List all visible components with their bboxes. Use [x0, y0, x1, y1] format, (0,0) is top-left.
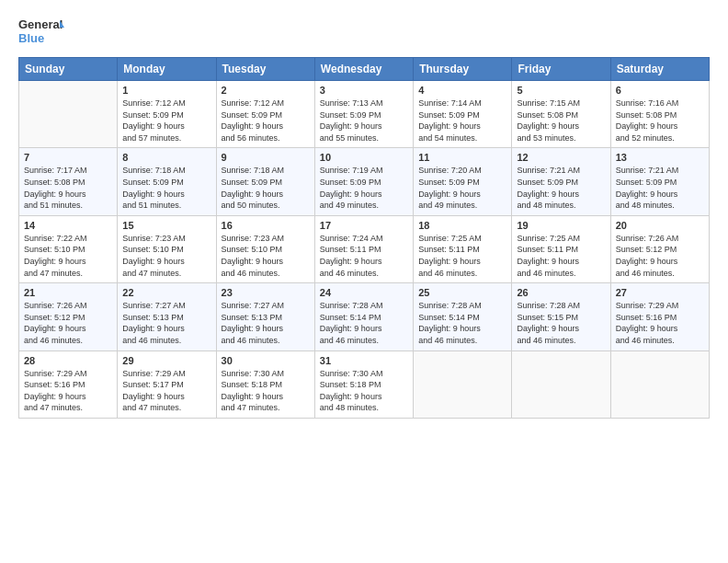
calendar-cell: 8Sunrise: 7:18 AMSunset: 5:09 PMDaylight… [118, 148, 216, 215]
day-number: 11 [418, 152, 506, 163]
calendar-cell: 19Sunrise: 7:25 AMSunset: 5:11 PMDayligh… [512, 215, 610, 282]
calendar-day-header: Wednesday [314, 58, 413, 81]
calendar-cell [19, 81, 118, 148]
day-info: Sunrise: 7:18 AMSunset: 5:09 PMDaylight:… [122, 165, 210, 211]
day-number: 9 [222, 152, 310, 163]
calendar-cell: 23Sunrise: 7:27 AMSunset: 5:13 PMDayligh… [216, 283, 314, 350]
day-info: Sunrise: 7:24 AMSunset: 5:11 PMDaylight:… [320, 233, 408, 279]
calendar-cell: 12Sunrise: 7:21 AMSunset: 5:09 PMDayligh… [512, 148, 610, 215]
day-info: Sunrise: 7:29 AMSunset: 5:16 PMDaylight:… [24, 368, 112, 414]
header: General Blue [18, 15, 710, 48]
calendar-cell: 6Sunrise: 7:16 AMSunset: 5:08 PMDaylight… [610, 81, 709, 148]
day-info: Sunrise: 7:18 AMSunset: 5:09 PMDaylight:… [222, 165, 310, 211]
day-info: Sunrise: 7:17 AMSunset: 5:08 PMDaylight:… [24, 165, 112, 211]
calendar-cell: 14Sunrise: 7:22 AMSunset: 5:10 PMDayligh… [19, 215, 118, 282]
calendar-cell: 7Sunrise: 7:17 AMSunset: 5:08 PMDaylight… [19, 148, 118, 215]
calendar-table: SundayMondayTuesdayWednesdayThursdayFrid… [18, 57, 710, 419]
calendar-cell: 16Sunrise: 7:23 AMSunset: 5:10 PMDayligh… [216, 215, 314, 282]
calendar-week-row: 1Sunrise: 7:12 AMSunset: 5:09 PMDaylight… [19, 81, 710, 148]
calendar-week-row: 7Sunrise: 7:17 AMSunset: 5:08 PMDaylight… [19, 148, 710, 215]
calendar-cell: 31Sunrise: 7:30 AMSunset: 5:18 PMDayligh… [314, 350, 413, 418]
day-info: Sunrise: 7:27 AMSunset: 5:13 PMDaylight:… [222, 300, 310, 346]
day-info: Sunrise: 7:15 AMSunset: 5:08 PMDaylight:… [517, 98, 605, 144]
day-info: Sunrise: 7:29 AMSunset: 5:16 PMDaylight:… [616, 300, 704, 346]
day-info: Sunrise: 7:30 AMSunset: 5:18 PMDaylight:… [222, 368, 310, 414]
day-number: 22 [122, 287, 210, 298]
calendar-header-row: SundayMondayTuesdayWednesdayThursdayFrid… [19, 58, 710, 81]
calendar-week-row: 28Sunrise: 7:29 AMSunset: 5:16 PMDayligh… [19, 350, 710, 418]
calendar-cell: 11Sunrise: 7:20 AMSunset: 5:09 PMDayligh… [414, 148, 512, 215]
day-number: 23 [222, 287, 310, 298]
calendar-day-header: Friday [512, 58, 610, 81]
calendar-cell: 18Sunrise: 7:25 AMSunset: 5:11 PMDayligh… [414, 215, 512, 282]
day-number: 2 [222, 85, 310, 96]
day-info: Sunrise: 7:23 AMSunset: 5:10 PMDaylight:… [222, 233, 310, 279]
calendar-cell: 10Sunrise: 7:19 AMSunset: 5:09 PMDayligh… [314, 148, 413, 215]
calendar-body: 1Sunrise: 7:12 AMSunset: 5:09 PMDaylight… [19, 81, 710, 419]
day-info: Sunrise: 7:28 AMSunset: 5:14 PMDaylight:… [418, 300, 506, 346]
day-number: 13 [616, 152, 704, 163]
day-number: 16 [222, 220, 310, 231]
calendar-cell: 13Sunrise: 7:21 AMSunset: 5:09 PMDayligh… [610, 148, 709, 215]
day-number: 5 [517, 85, 605, 96]
day-info: Sunrise: 7:20 AMSunset: 5:09 PMDaylight:… [418, 165, 506, 211]
day-info: Sunrise: 7:28 AMSunset: 5:14 PMDaylight:… [320, 300, 408, 346]
calendar-cell: 30Sunrise: 7:30 AMSunset: 5:18 PMDayligh… [216, 350, 314, 418]
day-info: Sunrise: 7:22 AMSunset: 5:10 PMDaylight:… [24, 233, 112, 279]
calendar-cell: 22Sunrise: 7:27 AMSunset: 5:13 PMDayligh… [118, 283, 216, 350]
day-info: Sunrise: 7:28 AMSunset: 5:15 PMDaylight:… [517, 300, 605, 346]
day-info: Sunrise: 7:13 AMSunset: 5:09 PMDaylight:… [320, 98, 408, 144]
calendar-cell: 29Sunrise: 7:29 AMSunset: 5:17 PMDayligh… [118, 350, 216, 418]
day-number: 15 [122, 220, 210, 231]
calendar-cell: 5Sunrise: 7:15 AMSunset: 5:08 PMDaylight… [512, 81, 610, 148]
day-info: Sunrise: 7:19 AMSunset: 5:09 PMDaylight:… [320, 165, 408, 211]
day-number: 10 [320, 152, 408, 163]
calendar-cell: 15Sunrise: 7:23 AMSunset: 5:10 PMDayligh… [118, 215, 216, 282]
day-info: Sunrise: 7:30 AMSunset: 5:18 PMDaylight:… [320, 368, 408, 414]
day-number: 21 [24, 287, 112, 298]
day-number: 17 [320, 220, 408, 231]
day-number: 1 [122, 85, 210, 96]
calendar-day-header: Sunday [19, 58, 118, 81]
svg-text:General: General [18, 17, 63, 31]
day-info: Sunrise: 7:25 AMSunset: 5:11 PMDaylight:… [418, 233, 506, 279]
calendar-cell: 28Sunrise: 7:29 AMSunset: 5:16 PMDayligh… [19, 350, 118, 418]
day-number: 30 [222, 355, 310, 366]
logo-svg: General Blue [18, 15, 64, 48]
day-number: 12 [517, 152, 605, 163]
day-number: 3 [320, 85, 408, 96]
calendar-cell: 27Sunrise: 7:29 AMSunset: 5:16 PMDayligh… [610, 283, 709, 350]
calendar-cell [512, 350, 610, 418]
day-number: 8 [122, 152, 210, 163]
day-number: 28 [24, 355, 112, 366]
calendar-day-header: Monday [118, 58, 216, 81]
day-info: Sunrise: 7:21 AMSunset: 5:09 PMDaylight:… [517, 165, 605, 211]
calendar-cell: 9Sunrise: 7:18 AMSunset: 5:09 PMDaylight… [216, 148, 314, 215]
calendar-cell: 2Sunrise: 7:12 AMSunset: 5:09 PMDaylight… [216, 81, 314, 148]
calendar-cell: 24Sunrise: 7:28 AMSunset: 5:14 PMDayligh… [314, 283, 413, 350]
calendar-cell [610, 350, 709, 418]
svg-text:Blue: Blue [18, 31, 44, 45]
calendar-cell: 1Sunrise: 7:12 AMSunset: 5:09 PMDaylight… [118, 81, 216, 148]
day-info: Sunrise: 7:27 AMSunset: 5:13 PMDaylight:… [122, 300, 210, 346]
day-number: 27 [616, 287, 704, 298]
day-number: 6 [616, 85, 704, 96]
calendar-cell: 3Sunrise: 7:13 AMSunset: 5:09 PMDaylight… [314, 81, 413, 148]
day-number: 20 [616, 220, 704, 231]
day-number: 24 [320, 287, 408, 298]
calendar-day-header: Tuesday [216, 58, 314, 81]
day-number: 7 [24, 152, 112, 163]
day-info: Sunrise: 7:23 AMSunset: 5:10 PMDaylight:… [122, 233, 210, 279]
day-info: Sunrise: 7:26 AMSunset: 5:12 PMDaylight:… [24, 300, 112, 346]
calendar-cell: 26Sunrise: 7:28 AMSunset: 5:15 PMDayligh… [512, 283, 610, 350]
calendar-cell: 25Sunrise: 7:28 AMSunset: 5:14 PMDayligh… [414, 283, 512, 350]
day-info: Sunrise: 7:12 AMSunset: 5:09 PMDaylight:… [122, 98, 210, 144]
day-number: 18 [418, 220, 506, 231]
logo: General Blue [18, 15, 64, 48]
calendar-cell: 20Sunrise: 7:26 AMSunset: 5:12 PMDayligh… [610, 215, 709, 282]
day-info: Sunrise: 7:26 AMSunset: 5:12 PMDaylight:… [616, 233, 704, 279]
calendar-week-row: 21Sunrise: 7:26 AMSunset: 5:12 PMDayligh… [19, 283, 710, 350]
day-info: Sunrise: 7:16 AMSunset: 5:08 PMDaylight:… [616, 98, 704, 144]
calendar-cell: 17Sunrise: 7:24 AMSunset: 5:11 PMDayligh… [314, 215, 413, 282]
day-number: 4 [418, 85, 506, 96]
